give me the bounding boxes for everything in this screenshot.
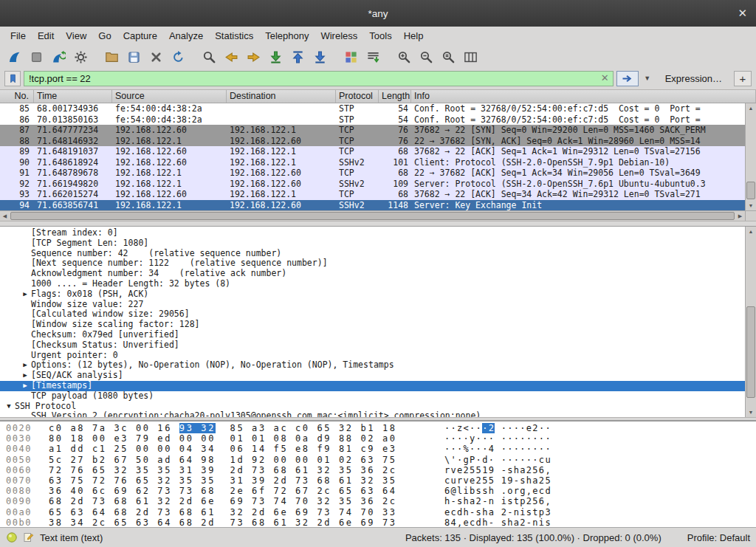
go-to-packet-button[interactable] bbox=[264, 47, 286, 67]
detail-line[interactable]: ▶[SEQ/ACK analysis] bbox=[0, 371, 745, 381]
hex-row-00a0[interactable]: 00a065 63 64 68 2d 73 68 61 32 2d 6e 69 … bbox=[6, 507, 756, 517]
hex-row-0090[interactable]: 009068 2d 73 68 61 32 2d 6e 69 73 74 70 … bbox=[6, 496, 756, 506]
detail-line[interactable]: Acknowledgment number: 34 (relative ack … bbox=[0, 269, 745, 279]
packet-row-85[interactable]: 8568.001734936fe:54:00:d4:38:2aSTP54Conf… bbox=[0, 103, 745, 114]
hex-row-00b0[interactable]: 00b038 34 2c 65 63 64 68 2d 73 68 61 32 … bbox=[6, 517, 756, 527]
go-first-button[interactable] bbox=[286, 47, 309, 67]
restart-capture-button[interactable] bbox=[47, 47, 69, 67]
capture-comment-icon[interactable] bbox=[23, 531, 35, 543]
go-back-button[interactable] bbox=[220, 47, 242, 67]
filter-clear-button[interactable]: ✕ bbox=[601, 72, 609, 83]
hex-row-0040[interactable]: 0040a1 dd c1 25 00 00 04 34 06 14 f5 e8 … bbox=[6, 444, 756, 454]
resize-columns-button[interactable] bbox=[459, 47, 481, 67]
zoom-in-button[interactable] bbox=[393, 47, 415, 67]
packet-row-93[interactable]: 9371.662015274192.168.122.60192.168.122.… bbox=[0, 189, 745, 200]
detail-line[interactable]: [Window size scaling factor: 128] bbox=[0, 320, 745, 330]
detail-line[interactable]: [Next sequence number: 1122 (relative se… bbox=[0, 258, 745, 269]
menu-wireless[interactable]: Wireless bbox=[315, 28, 363, 44]
menu-telephony[interactable]: Telephony bbox=[259, 28, 315, 44]
auto-scroll-button[interactable] bbox=[362, 47, 384, 67]
column-header-length[interactable]: Length bbox=[379, 90, 411, 103]
zoom-original-button[interactable] bbox=[437, 47, 459, 67]
pane-splitter-top[interactable] bbox=[0, 221, 756, 227]
detail-line[interactable]: 1000 .... = Header Length: 32 bytes (8) bbox=[0, 279, 745, 289]
menu-analyze[interactable]: Analyze bbox=[163, 28, 209, 44]
packet-list-hscrollbar[interactable]: ◀ ▶ bbox=[0, 210, 745, 221]
detail-line[interactable]: ▶[Timestamps] bbox=[0, 381, 745, 391]
add-filter-button[interactable]: + bbox=[734, 71, 752, 86]
detail-line[interactable]: ▶Options: (12 bytes), No-Operation (NOP)… bbox=[0, 360, 745, 371]
expression-button[interactable]: Expression… bbox=[665, 73, 722, 84]
hex-row-0050[interactable]: 00505c 27 b2 67 50 ad 64 98 1d 92 00 00 … bbox=[6, 455, 756, 465]
menu-statistics[interactable]: Statistics bbox=[209, 28, 259, 44]
packet-row-90[interactable]: 9071.648618924192.168.122.60192.168.122.… bbox=[0, 157, 745, 168]
packet-list-vscrollbar[interactable]: ▲ ▼ bbox=[745, 103, 756, 210]
packet-row-92[interactable]: 9271.661949820192.168.122.1192.168.122.6… bbox=[0, 179, 745, 190]
detail-line[interactable]: Sequence number: 42 (relative sequence n… bbox=[0, 249, 745, 259]
hex-row-0020[interactable]: 0020c0 a8 7a 3c 00 16 93 32 85 a3 ac c0 … bbox=[6, 423, 756, 433]
column-header-time[interactable]: Time bbox=[34, 90, 112, 103]
packet-row-94[interactable]: 9471.663856741192.168.122.1192.168.122.6… bbox=[0, 200, 745, 211]
menu-edit[interactable]: Edit bbox=[32, 28, 60, 44]
column-header-no[interactable]: No. bbox=[0, 90, 34, 103]
save-file-button[interactable] bbox=[123, 47, 145, 67]
menu-help[interactable]: Help bbox=[398, 28, 430, 44]
go-last-button[interactable] bbox=[309, 47, 331, 67]
vscroll-thumb[interactable] bbox=[746, 182, 755, 199]
go-forward-button[interactable] bbox=[242, 47, 264, 67]
apply-filter-button[interactable] bbox=[616, 71, 639, 86]
start-capture-button[interactable] bbox=[3, 47, 25, 67]
packet-row-87[interactable]: 8771.647777234192.168.122.60192.168.122.… bbox=[0, 125, 745, 136]
column-header-source[interactable]: Source bbox=[112, 90, 227, 103]
capture-options-button[interactable] bbox=[69, 47, 92, 67]
close-window-button[interactable]: ✕ bbox=[738, 0, 747, 27]
display-filter-input[interactable] bbox=[24, 71, 614, 86]
detail-line[interactable]: [TCP Segment Len: 1080] bbox=[0, 238, 745, 249]
profile-button[interactable]: Profile: Default bbox=[687, 532, 750, 543]
stop-capture-button[interactable] bbox=[25, 47, 47, 67]
packet-row-86[interactable]: 8670.013850163fe:54:00:d4:38:2aSTP54Conf… bbox=[0, 114, 745, 125]
collapsed-expander-icon[interactable]: ▶ bbox=[19, 381, 31, 391]
menu-view[interactable]: View bbox=[60, 28, 92, 44]
detail-line[interactable]: ▶Flags: 0x018 (PSH, ACK) bbox=[0, 289, 745, 300]
hscroll-thumb[interactable] bbox=[10, 212, 735, 220]
menu-tools[interactable]: Tools bbox=[363, 28, 397, 44]
detail-line[interactable]: [Checksum Status: Unverified] bbox=[0, 340, 745, 351]
packet-row-91[interactable]: 9171.648789678192.168.122.1192.168.122.6… bbox=[0, 168, 745, 179]
detail-line[interactable]: [Calculated window size: 29056] bbox=[0, 309, 745, 320]
menu-go[interactable]: Go bbox=[92, 28, 117, 44]
hex-row-0030[interactable]: 003080 18 00 e3 79 ed 00 00 01 01 08 0a … bbox=[6, 433, 756, 444]
scroll-right-icon[interactable]: ▶ bbox=[735, 211, 745, 221]
expert-info-icon[interactable] bbox=[6, 531, 18, 543]
open-file-button[interactable] bbox=[100, 47, 123, 67]
packet-row-89[interactable]: 8971.648191037192.168.122.60192.168.122.… bbox=[0, 146, 745, 157]
collapsed-expander-icon[interactable]: ▶ bbox=[19, 289, 31, 300]
scroll-up-icon[interactable]: ▲ bbox=[746, 103, 756, 113]
collapsed-expander-icon[interactable]: ▶ bbox=[19, 360, 31, 371]
detail-line[interactable]: [Stream index: 0] bbox=[0, 228, 745, 238]
vscroll-thumb[interactable] bbox=[746, 306, 755, 398]
menu-file[interactable]: File bbox=[4, 28, 32, 44]
column-header-destination[interactable]: Destination bbox=[227, 90, 336, 103]
scroll-up-icon[interactable]: ▲ bbox=[746, 227, 756, 236]
details-vscrollbar[interactable]: ▲ ▼ bbox=[745, 227, 756, 417]
scroll-left-icon[interactable]: ◀ bbox=[0, 211, 10, 221]
packet-row-88[interactable]: 8871.648146932192.168.122.1192.168.122.6… bbox=[0, 136, 745, 147]
detail-line[interactable]: Window size value: 227 bbox=[0, 300, 745, 310]
scroll-down-icon[interactable]: ▼ bbox=[746, 201, 756, 210]
detail-line[interactable]: Checksum: 0x79ed [unverified] bbox=[0, 330, 745, 340]
zoom-out-button[interactable] bbox=[415, 47, 437, 67]
reload-file-button[interactable] bbox=[167, 47, 189, 67]
detail-line[interactable]: ▼SSH Protocol bbox=[0, 402, 745, 412]
menu-capture[interactable]: Capture bbox=[117, 28, 163, 44]
scroll-down-icon[interactable]: ▼ bbox=[746, 407, 756, 417]
colorize-button[interactable] bbox=[340, 47, 362, 67]
filter-history-button[interactable]: ▼ bbox=[642, 71, 653, 86]
expanded-expander-icon[interactable]: ▼ bbox=[3, 402, 15, 412]
collapsed-expander-icon[interactable]: ▶ bbox=[19, 371, 31, 381]
column-header-info[interactable]: Info bbox=[411, 90, 756, 103]
hex-row-0060[interactable]: 006072 76 65 32 35 35 31 39 2d 73 68 61 … bbox=[6, 465, 756, 475]
hex-row-0070[interactable]: 007063 75 72 76 65 32 35 35 31 39 2d 73 … bbox=[6, 475, 756, 486]
filter-bookmark-button[interactable] bbox=[4, 71, 21, 86]
detail-line[interactable]: Urgent pointer: 0 bbox=[0, 351, 745, 361]
